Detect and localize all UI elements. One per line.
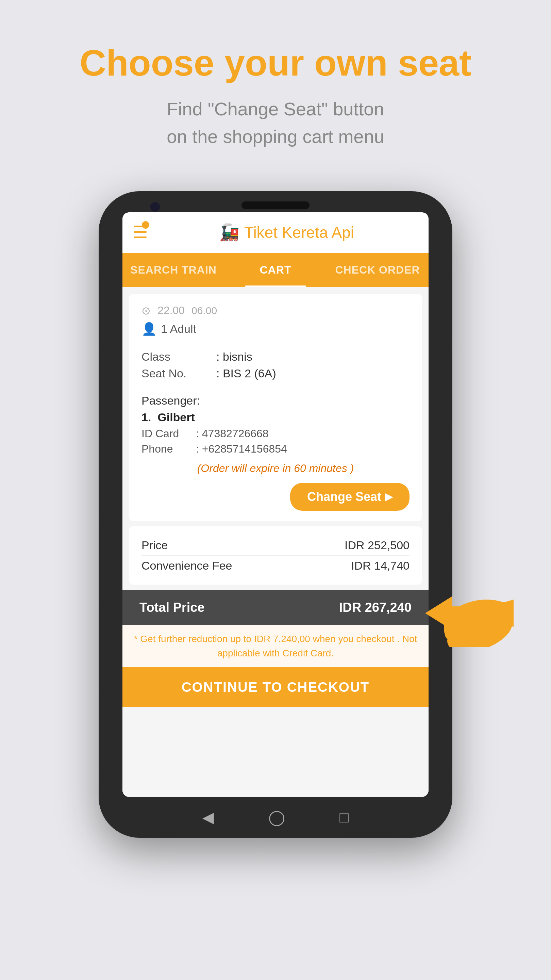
passenger-name: Gilbert: [157, 411, 195, 424]
price-value: IDR 252,500: [345, 539, 410, 552]
notification-badge: [142, 221, 149, 229]
class-label: Class: [141, 350, 216, 363]
arrow-decoration: [425, 579, 514, 647]
checkout-button[interactable]: CONTINUE TO CHECKOUT: [122, 667, 429, 707]
page-title: Choose your own seat: [79, 41, 472, 85]
price-label: Price: [141, 539, 168, 552]
content-area: ⊙ 22.00 06.00 👤 1 Adult Class : bisnis: [122, 287, 429, 797]
total-value: IDR 267,240: [339, 600, 411, 615]
expire-notice: (Order will expire in 60 minutes ): [141, 462, 410, 475]
divider-2: [141, 387, 410, 387]
app-name: Tiket Kereta Api: [244, 223, 354, 242]
app-logo-icon: 🚂: [219, 223, 240, 242]
id-card-value: : 47382726668: [196, 427, 269, 440]
passenger-count: 1 Adult: [161, 322, 196, 336]
seat-label: Seat No.: [141, 367, 216, 380]
change-seat-label: Change Seat: [307, 490, 381, 504]
time-depart-value: 22.00: [157, 304, 185, 317]
price-row: Price IDR 252,500: [141, 535, 410, 555]
seat-row: Seat No. : BIS 2 (6A): [141, 367, 410, 380]
seat-value: : BIS 2 (6A): [216, 367, 276, 380]
passenger-section-header: Passenger:: [141, 394, 410, 407]
app-logo-area: 🚂 Tiket Kereta Api: [155, 223, 418, 242]
recents-button[interactable]: □: [340, 809, 349, 826]
reduction-notice: * Get further reduction up to IDR 7.240,…: [122, 625, 429, 667]
fee-value: IDR 14,740: [351, 559, 410, 572]
back-button[interactable]: ◀: [202, 808, 214, 826]
person-icon: 👤: [141, 322, 157, 336]
passenger-count-row: 👤 1 Adult: [141, 322, 410, 336]
phone-mockup: ☰ 🚂 Tiket Kereta Api SEARCH TRAIN CART C…: [98, 191, 453, 838]
id-card-label: ID Card: [141, 427, 196, 440]
order-card: ⊙ 22.00 06.00 👤 1 Adult Class : bisnis: [129, 294, 422, 521]
change-seat-arrow-icon: ▶: [385, 491, 392, 503]
passenger-section: Passenger: 1. Gilbert ID Card : 47382726…: [141, 394, 410, 455]
hamburger-menu[interactable]: ☰: [133, 223, 148, 242]
subtitle-line2: on the shopping cart menu: [167, 126, 384, 147]
home-button[interactable]: ◯: [268, 808, 285, 826]
phone-speaker: [241, 202, 310, 209]
tab-bar: SEARCH TRAIN CART CHECK ORDER: [122, 253, 429, 287]
tab-search-train[interactable]: SEARCH TRAIN: [122, 253, 224, 287]
app-topbar: ☰ 🚂 Tiket Kereta Api: [122, 212, 429, 253]
fee-row: Convenience Fee IDR 14,740: [141, 555, 410, 576]
phone-label: Phone: [141, 443, 196, 455]
time-row: ⊙ 22.00 06.00: [141, 304, 410, 317]
class-row: Class : bisnis: [141, 350, 410, 363]
subtitle-line1: Find "Change Seat" button: [167, 99, 384, 119]
total-label: Total Price: [140, 600, 205, 615]
time-depart: ⊙: [141, 304, 151, 317]
phone-value: : +6285714156854: [196, 443, 287, 455]
time-arrive-value: 06.00: [192, 305, 217, 317]
price-card: Price IDR 252,500 Convenience Fee IDR 14…: [129, 527, 422, 585]
total-bar: Total Price IDR 267,240: [122, 590, 429, 625]
phone-bottom-nav: ◀ ◯ □: [98, 797, 453, 838]
phone-row: Phone : +6285714156854: [141, 443, 410, 455]
passenger-name-row: 1. Gilbert: [141, 411, 410, 424]
phone-screen: ☰ 🚂 Tiket Kereta Api SEARCH TRAIN CART C…: [122, 212, 429, 797]
phone-camera: [150, 202, 160, 212]
tab-check-order[interactable]: CHECK ORDER: [327, 253, 429, 287]
id-card-row: ID Card : 47382726668: [141, 427, 410, 440]
page-subtitle: Find "Change Seat" button on the shoppin…: [79, 95, 472, 150]
change-seat-button[interactable]: Change Seat ▶: [290, 483, 410, 511]
tab-cart[interactable]: CART: [224, 253, 327, 287]
class-value: : bisnis: [216, 350, 252, 363]
fee-label: Convenience Fee: [141, 559, 232, 572]
